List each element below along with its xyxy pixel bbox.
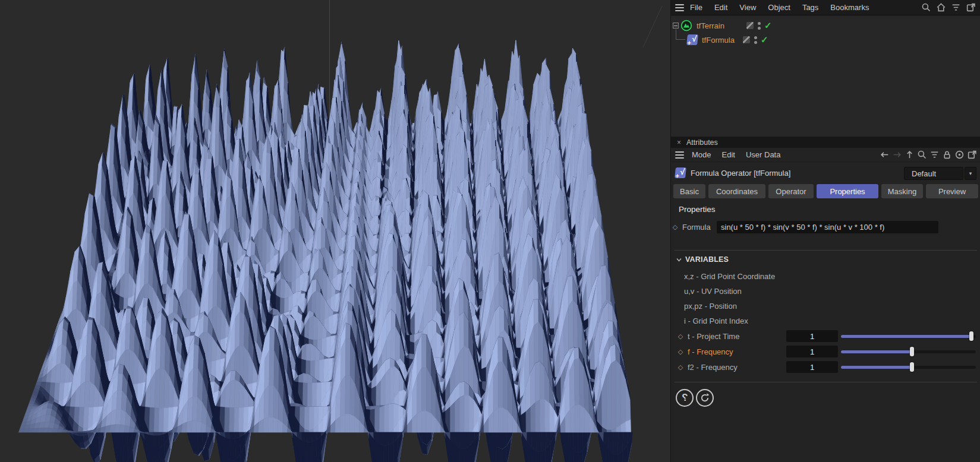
help-icon: ? — [682, 392, 688, 404]
menu-view[interactable]: View — [733, 3, 762, 12]
variable-row-t: ◇ t - Project Time 1 — [671, 330, 980, 343]
menu-user-data[interactable]: User Data — [740, 150, 786, 159]
formula-operator-icon: √+ — [675, 167, 686, 178]
value-field[interactable]: 1 — [786, 346, 838, 357]
divider — [675, 382, 977, 382]
reset-button[interactable] — [696, 389, 714, 407]
variable-label: f2 - Frequency — [688, 363, 738, 372]
formula-row: ◇ Formula sin(u * 50 * f) * sin(v * 50 *… — [671, 220, 980, 233]
menu-bookmarks[interactable]: Bookmarks — [824, 3, 875, 12]
keyframe-diamond-icon[interactable]: ◇ — [676, 348, 685, 356]
variable-row: px,pz - Position — [671, 299, 980, 312]
search-icon[interactable] — [921, 2, 931, 12]
operator-header-row: √+ Formula Operator [tfFormula] Default … — [671, 164, 980, 181]
variable-row-f: ◇ f - Frequency 1 — [671, 345, 980, 358]
attributes-toolbar: Mode Edit User Data — [671, 148, 980, 162]
collapse-expander-icon[interactable] — [673, 23, 679, 29]
keyframe-diamond-icon[interactable]: ◇ — [671, 223, 679, 231]
variables-title: VARIABLES — [685, 255, 729, 264]
target-icon[interactable] — [954, 150, 965, 160]
layer-chip-icon[interactable] — [746, 22, 754, 29]
section-title: Properties — [679, 205, 716, 214]
footer-buttons: ? — [676, 389, 714, 407]
preset-dropdown[interactable]: Default — [904, 167, 963, 180]
layer-chip-icon[interactable] — [743, 36, 750, 43]
preset-dropdown-arrow-icon[interactable]: ▾ — [965, 167, 976, 180]
back-arrow-icon[interactable] — [880, 150, 890, 160]
variable-label: t - Project Time — [688, 332, 739, 341]
chevron-down-icon — [676, 258, 682, 262]
filter-icon[interactable] — [951, 2, 961, 12]
forward-arrow-icon[interactable] — [892, 150, 902, 160]
enabled-check-icon[interactable]: ✓ — [764, 20, 772, 31]
help-button[interactable]: ? — [676, 389, 694, 407]
new-window-icon[interactable] — [967, 150, 977, 160]
slider-fill — [841, 335, 972, 338]
tab-preview[interactable]: Preview — [926, 184, 978, 198]
object-name[interactable]: tfFormula — [702, 36, 735, 45]
attributes-hamburger-icon[interactable] — [675, 151, 684, 159]
enabled-check-icon[interactable]: ✓ — [761, 34, 768, 45]
variable-row: x,z - Grid Point Coordinate — [671, 270, 980, 283]
attributes-titlebar: × Attributes — [671, 137, 980, 148]
slider-handle[interactable] — [910, 347, 914, 356]
filter-icon[interactable] — [929, 150, 940, 160]
operator-title: Formula Operator [tfFormula] — [691, 169, 790, 178]
new-window-icon[interactable] — [966, 2, 976, 12]
variable-label: u,v - UV Position — [684, 287, 742, 296]
lock-icon[interactable] — [942, 150, 952, 160]
attributes-title: Attributes — [686, 138, 718, 147]
tab-properties[interactable]: Properties — [817, 184, 878, 198]
object-row-tfformula[interactable]: √+ tfFormula ✓ — [687, 33, 768, 47]
app-window: File Edit View Object Tags Bookmarks — [0, 0, 980, 462]
variable-label: px,pz - Position — [684, 302, 737, 311]
tab-basic[interactable]: Basic — [673, 184, 705, 198]
variable-label: i - Grid Point Index — [684, 317, 748, 325]
search-icon[interactable] — [917, 150, 927, 160]
right-panel: File Edit View Object Tags Bookmarks — [670, 0, 980, 462]
main-menu-bar: File Edit View Object Tags Bookmarks — [671, 0, 980, 15]
value-field[interactable]: 1 — [786, 330, 838, 342]
keyframe-diamond-icon[interactable]: ◇ — [676, 363, 685, 371]
keyframe-diamond-icon[interactable]: ◇ — [676, 333, 685, 340]
menu-object[interactable]: Object — [762, 3, 796, 12]
up-arrow-icon[interactable] — [905, 150, 915, 160]
slider-fill — [841, 366, 912, 369]
slider-handle[interactable] — [969, 331, 973, 341]
terrain-object-icon — [680, 20, 692, 31]
tab-masking[interactable]: Masking — [881, 184, 923, 198]
formula-label: Formula — [682, 223, 711, 232]
divider — [675, 250, 977, 251]
menu-edit-attributes[interactable]: Edit — [717, 150, 740, 159]
close-icon[interactable]: × — [677, 138, 681, 147]
slider[interactable] — [841, 361, 976, 373]
variable-row-f2: ◇ f2 - Frequency 1 — [671, 360, 980, 374]
slider[interactable] — [841, 346, 976, 357]
menu-tags[interactable]: Tags — [796, 3, 824, 12]
slider-fill — [841, 350, 912, 353]
slider-handle[interactable] — [910, 362, 914, 372]
variable-row: i - Grid Point Index — [671, 314, 980, 327]
variables-group-header[interactable]: VARIABLES — [676, 255, 729, 264]
attribute-tabs: Basic Coordinates Operator Properties Ma… — [671, 184, 980, 198]
object-name[interactable]: tfTerrain — [697, 21, 724, 30]
object-row-tfterrain[interactable]: tfTerrain ✓ — [673, 18, 772, 33]
menu-edit[interactable]: Edit — [708, 3, 733, 12]
visibility-dots[interactable] — [758, 22, 761, 30]
tab-coordinates[interactable]: Coordinates — [708, 184, 765, 198]
tab-operator[interactable]: Operator — [768, 184, 814, 198]
reset-rotate-icon — [699, 393, 710, 403]
variable-label: x,z - Grid Point Coordinate — [684, 272, 775, 281]
slider[interactable] — [841, 330, 976, 342]
viewport-3d[interactable] — [0, 0, 670, 462]
variable-label: f - Frequency — [688, 347, 733, 356]
hamburger-menu-icon[interactable] — [675, 4, 684, 11]
menu-mode[interactable]: Mode — [686, 150, 717, 159]
formula-operator-icon: √+ — [686, 34, 698, 45]
menu-file[interactable]: File — [684, 3, 708, 12]
value-field[interactable]: 1 — [786, 361, 838, 373]
formula-input[interactable]: sin(u * 50 * f) * sin(v * 50 * f) * sin(… — [717, 221, 938, 233]
visibility-dots[interactable] — [754, 36, 757, 44]
variable-row: u,v - UV Position — [671, 284, 980, 298]
home-icon[interactable] — [936, 2, 946, 12]
